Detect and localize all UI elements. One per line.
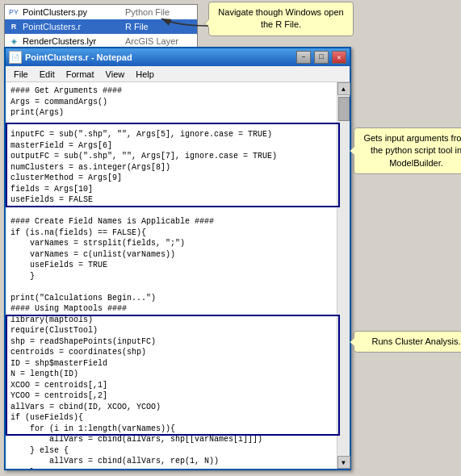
- vertical-scrollbar[interactable]: ▲ ▼: [337, 82, 350, 469]
- lyr-file-name: RenderClusters.lyr: [23, 36, 122, 46]
- menu-format[interactable]: Format: [61, 69, 99, 80]
- notepad-titlebar: 📄 PointClusters.r - Notepad – □ ✕: [6, 48, 350, 66]
- scroll-up-button[interactable]: ▲: [337, 82, 350, 95]
- notepad-menubar: File Edit Format View Help: [6, 66, 350, 82]
- r-file-name: PointClusters.r: [23, 22, 122, 31]
- notepad-app-icon: 📄: [9, 51, 22, 64]
- file-explorer: PY PointClusters.py Python File R PointC…: [4, 4, 198, 49]
- r-file-icon: R: [8, 21, 19, 32]
- scroll-down-button[interactable]: ▼: [337, 456, 350, 469]
- maximize-button[interactable]: □: [314, 51, 329, 64]
- scroll-down-icon: ▼: [342, 459, 346, 466]
- menu-file[interactable]: File: [9, 69, 33, 80]
- r-file-type: R File: [125, 22, 194, 31]
- callout-modelbuilder-text: Gets input arguments from the python scr…: [363, 133, 461, 168]
- lyr-file-type: ArcGIS Layer: [125, 36, 194, 46]
- notepad-content-area: #### Get Arguments #### Args = commandAr…: [6, 82, 350, 469]
- file-row-r[interactable]: R PointClusters.r R File: [5, 19, 197, 34]
- close-icon: ✕: [337, 53, 341, 62]
- menu-help[interactable]: Help: [131, 69, 159, 80]
- maximize-icon: □: [319, 53, 323, 61]
- file-row-py[interactable]: PY PointClusters.py Python File: [5, 5, 197, 19]
- callout-cluster: Runs Cluster Analysis.: [354, 331, 461, 353]
- callout-navigate: Navigate though Windows open the R File.: [208, 2, 354, 36]
- notepad-window: 📄 PointClusters.r - Notepad – □ ✕ File E…: [4, 47, 351, 470]
- scroll-up-icon: ▲: [342, 86, 346, 93]
- menu-edit[interactable]: Edit: [35, 69, 60, 80]
- py-file-icon: PY: [8, 6, 19, 18]
- minimize-button[interactable]: –: [296, 51, 311, 64]
- close-button[interactable]: ✕: [332, 51, 346, 64]
- menu-view[interactable]: View: [101, 69, 130, 80]
- notepad-title: PointClusters.r - Notepad: [25, 52, 293, 62]
- callout-cluster-text: Runs Cluster Analysis.: [371, 336, 460, 346]
- scroll-thumb[interactable]: [338, 97, 350, 121]
- lyr-file-icon: ◈: [8, 35, 19, 47]
- py-file-name: PointClusters.py: [23, 7, 122, 17]
- callout-navigate-text: Navigate though Windows open the R File.: [218, 7, 343, 29]
- py-file-type: Python File: [125, 7, 194, 17]
- callout-modelbuilder: Gets input arguments from the python scr…: [354, 127, 461, 174]
- code-area[interactable]: #### Get Arguments #### Args = commandAr…: [6, 82, 337, 469]
- minimize-icon: –: [301, 53, 305, 61]
